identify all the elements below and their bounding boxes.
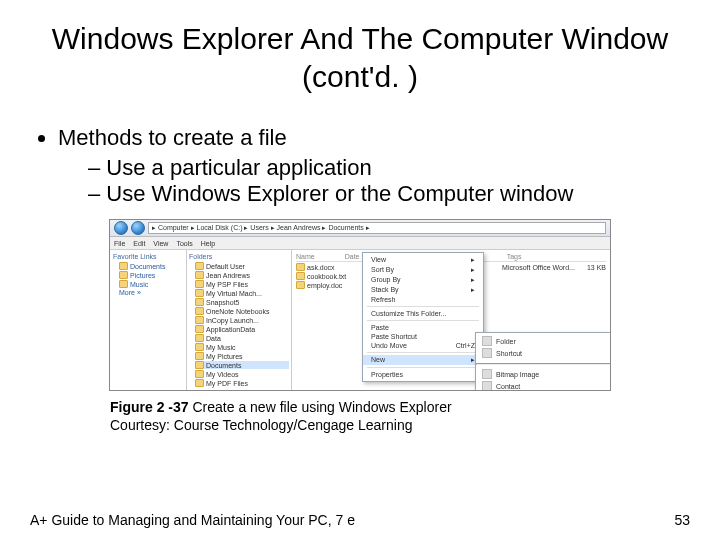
ctx-group[interactable]: Group By▸ — [363, 275, 483, 285]
ctx-undo[interactable]: Undo MoveCtrl+Z — [363, 341, 483, 350]
figure-courtesy: Courtesy: Course Technology/Cengage Lear… — [110, 417, 413, 433]
folder-icon — [195, 343, 204, 351]
sub-bullet-1: Use a particular application — [88, 155, 690, 181]
folder-icon — [195, 280, 204, 288]
tree-node[interactable]: My Virtual Mach... — [195, 289, 289, 297]
menu-separator — [367, 367, 479, 368]
ctx-paste[interactable]: Paste — [363, 323, 483, 332]
folder-icon — [195, 271, 204, 279]
new-folder[interactable]: Folder — [476, 335, 610, 347]
fav-more[interactable]: More » — [119, 289, 183, 296]
tree-node[interactable]: My PSP Files — [195, 280, 289, 288]
tree-node[interactable]: Data — [195, 334, 289, 342]
fav-documents[interactable]: Documents — [119, 262, 183, 270]
ctx-stack[interactable]: Stack By▸ — [363, 285, 483, 295]
new-submenu: Folder Shortcut Bitmap Image Contact Mic… — [475, 332, 610, 390]
explorer-window: ▸ Computer ▸ Local Disk (C:) ▸ Users ▸ J… — [109, 219, 611, 391]
new-contact[interactable]: Contact — [476, 380, 610, 390]
tree-node[interactable]: InCopy Launch... — [195, 316, 289, 324]
ctx-sort[interactable]: Sort By▸ — [363, 265, 483, 275]
sub-bullet-2: Use Windows Explorer or the Computer win… — [88, 181, 690, 207]
folder-tree: Folders Default User Jean Andrews My PSP… — [187, 250, 292, 390]
explorer-body: Favorite Links Documents Pictures Music … — [110, 250, 610, 390]
menu-separator — [367, 306, 479, 307]
folder-icon — [195, 361, 204, 369]
folder-icon — [195, 379, 204, 387]
folder-icon — [195, 289, 204, 297]
figure-caption: Figure 2 -37 Create a new file using Win… — [110, 399, 610, 434]
slide-title: Windows Explorer And The Computer Window… — [30, 20, 690, 95]
tree-node[interactable]: My Pictures — [195, 352, 289, 360]
menu-edit[interactable]: Edit — [133, 240, 145, 247]
tree-node[interactable]: Jean Andrews — [195, 271, 289, 279]
menu-separator — [367, 320, 479, 321]
picture-icon — [119, 271, 128, 279]
file-icon — [296, 263, 305, 271]
folder-icon — [482, 336, 492, 346]
figure-wrap: ▸ Computer ▸ Local Disk (C:) ▸ Users ▸ J… — [30, 219, 690, 434]
folder-icon — [195, 325, 204, 333]
folder-icon — [195, 316, 204, 324]
tree-node-selected[interactable]: Documents — [195, 361, 289, 369]
shortcut-icon — [482, 348, 492, 358]
tree-node[interactable]: ApplicationData — [195, 325, 289, 333]
contact-icon — [482, 381, 492, 390]
menu-view[interactable]: View — [153, 240, 168, 247]
bullet-list: Methods to create a file Use a particula… — [30, 125, 690, 207]
figure-number: Figure 2 -37 — [110, 399, 192, 415]
fav-pictures[interactable]: Pictures — [119, 271, 183, 279]
page-number: 53 — [674, 512, 690, 528]
menu-file[interactable]: File — [114, 240, 125, 247]
ctx-customize[interactable]: Customize This Folder... — [363, 309, 483, 318]
menu-separator — [476, 363, 610, 365]
bullet-main: Methods to create a file Use a particula… — [58, 125, 690, 207]
slide: Windows Explorer And The Computer Window… — [0, 0, 720, 540]
fav-music[interactable]: Music — [119, 280, 183, 288]
nav-forward-button[interactable] — [131, 221, 145, 235]
ctx-view[interactable]: View▸ — [363, 255, 483, 265]
new-shortcut[interactable]: Shortcut — [476, 347, 610, 359]
nav-back-button[interactable] — [114, 221, 128, 235]
file-list-pane: Name Date modified Type Size Tags ask.do… — [292, 250, 610, 390]
folders-header: Folders — [189, 253, 289, 260]
favorites-header: Favorite Links — [113, 253, 183, 260]
address-bar: ▸ Computer ▸ Local Disk (C:) ▸ Users ▸ J… — [110, 220, 610, 237]
ctx-refresh[interactable]: Refresh — [363, 295, 483, 304]
favorites-pane: Favorite Links Documents Pictures Music … — [110, 250, 187, 390]
menu-tools[interactable]: Tools — [176, 240, 192, 247]
file-icon — [296, 272, 305, 280]
music-icon — [119, 280, 128, 288]
sub-bullet-list: Use a particular application Use Windows… — [58, 155, 690, 207]
folder-icon — [195, 334, 204, 342]
footer-text: A+ Guide to Managing and Maintaining You… — [30, 512, 355, 528]
menu-help[interactable]: Help — [201, 240, 215, 247]
menu-separator — [367, 352, 479, 353]
tree-node[interactable]: My Videos — [195, 370, 289, 378]
folder-icon — [195, 307, 204, 315]
folder-icon — [195, 352, 204, 360]
bullet-main-text: Methods to create a file — [58, 125, 287, 150]
submenu-arrow-icon: ▸ — [471, 256, 475, 264]
submenu-arrow-icon: ▸ — [471, 266, 475, 274]
ctx-paste-shortcut[interactable]: Paste Shortcut — [363, 332, 483, 341]
col-tags[interactable]: Tags — [507, 253, 522, 260]
tree-node[interactable]: My Music — [195, 343, 289, 351]
bitmap-icon — [482, 369, 492, 379]
address-path[interactable]: ▸ Computer ▸ Local Disk (C:) ▸ Users ▸ J… — [148, 222, 606, 234]
tree-node[interactable]: Default User — [195, 262, 289, 270]
context-menu: View▸ Sort By▸ Group By▸ Stack By▸ Refre… — [362, 252, 484, 382]
tree-node[interactable]: My PDF Files — [195, 379, 289, 387]
ctx-new[interactable]: New▸ — [363, 355, 483, 365]
menu-bar: File Edit View Tools Help — [110, 237, 610, 250]
shortcut-key: Ctrl+Z — [456, 342, 475, 349]
folder-icon — [195, 298, 204, 306]
tree-node[interactable]: OneNote Notebooks — [195, 307, 289, 315]
slide-footer: A+ Guide to Managing and Maintaining You… — [30, 512, 690, 528]
new-bitmap[interactable]: Bitmap Image — [476, 368, 610, 380]
document-icon — [119, 262, 128, 270]
ctx-properties[interactable]: Properties — [363, 370, 483, 379]
folder-icon — [195, 370, 204, 378]
tree-node[interactable]: Snapshot5 — [195, 298, 289, 306]
file-icon — [296, 281, 305, 289]
col-name[interactable]: Name — [296, 253, 315, 260]
